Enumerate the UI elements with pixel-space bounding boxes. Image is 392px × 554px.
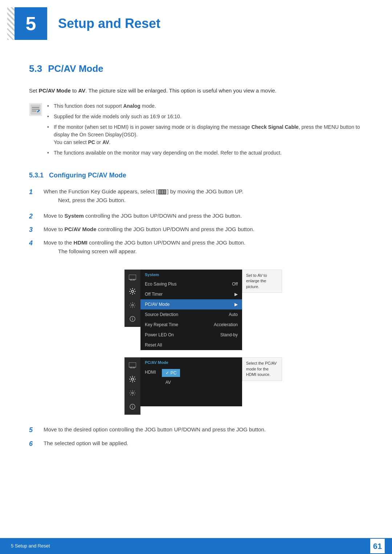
steps-list-2: 5 Move to the desired option controlling… [29, 426, 363, 448]
note-item-1: This function does not support Analog mo… [47, 102, 363, 110]
osd-icon-info: i [128, 315, 137, 323]
note-list: This function does not support Analog mo… [47, 102, 363, 160]
osd-icon-gear [128, 301, 137, 309]
osd-note-2: Select the PC/AV mode for the HDMI sourc… [242, 357, 282, 381]
svg-text:i: i [132, 405, 133, 409]
hdmi-label: HDMI [145, 369, 156, 376]
note-item-4: The functions available on the monitor m… [47, 149, 363, 157]
intro-text: Set PC/AV Mode to AV. The picture size w… [29, 87, 363, 95]
note-box: This function does not support Analog mo… [29, 102, 363, 160]
section-number: 5.3 [29, 62, 42, 76]
chapter-title: Setup and Reset [58, 14, 160, 33]
section-title: PC/AV Mode [48, 62, 103, 76]
osd-menu-row-source: Source DetectionAuto [140, 309, 242, 320]
note-icon [29, 103, 42, 116]
svg-rect-14 [129, 362, 136, 367]
osd-menu-row-powerled: Power LED OnStand-by [140, 330, 242, 340]
step-1: 1 When the Function Key Guide appears, s… [29, 188, 363, 208]
pc-option: ✓ PC [162, 369, 180, 377]
screenshots: i System Eco Saving PlusOff Off Timer▶ P… [44, 270, 363, 415]
osd-icon-display [128, 273, 137, 282]
osd-icon-gear-2 [128, 389, 137, 397]
step-5: 5 Move to the desired option controlling… [29, 426, 363, 435]
main-content: 5.3 PC/AV Mode Set PC/AV Mode to AV. The… [0, 47, 392, 477]
osd-menu-row-pcav: PC/AV Mode▶ [140, 299, 242, 309]
step-6: 6 The selected option will be applied. [29, 439, 363, 448]
chapter-number: 5 [26, 9, 36, 38]
subsection-heading: 5.3.1 Configuring PC/AV Mode [29, 171, 363, 180]
step-3: 3 Move to PC/AV Mode controlling the JOG… [29, 225, 363, 234]
osd-menu-row-reset: Reset All [140, 340, 242, 350]
osd-icon-info-2: i [128, 402, 137, 411]
osd-menu-row-timer: Off Timer▶ [140, 289, 242, 299]
osd-menu-2: PC/AV Mode HDMI ✓ PC AV [140, 357, 242, 406]
osd-sidebar-1: i [124, 270, 140, 327]
av-option: AV [162, 378, 180, 386]
osd-menu-title-1: System [140, 270, 242, 279]
osd-menu-1: System Eco Saving PlusOff Off Timer▶ PC/… [140, 270, 242, 350]
svg-rect-6 [129, 275, 136, 279]
osd-note-1: Set to AV to enlarge the picture. [242, 270, 282, 293]
svg-point-11 [132, 304, 134, 306]
note-item-2: Supplied for the wide models only such a… [47, 113, 363, 120]
osd-menu-row-eco: Eco Saving PlusOff [140, 279, 242, 289]
footer-section-label: 5 Setup and Reset [11, 542, 50, 550]
chapter-badge: 5 [15, 7, 47, 40]
osd-icon-settings [128, 287, 137, 296]
svg-text:i: i [132, 317, 133, 321]
osd-icon-settings-2 [128, 375, 137, 383]
subsection-number: 5.3.1 [29, 172, 44, 179]
steps-list: 1 When the Function Key Guide appears, s… [29, 188, 363, 259]
osd-icon-display-2 [128, 361, 137, 370]
svg-point-19 [132, 392, 134, 394]
subsection-title: Configuring PC/AV Mode [49, 172, 126, 179]
osd-sidebar-2: i [124, 357, 140, 415]
osd-screenshot-2: i PC/AV Mode HDMI ✓ PC AV Select the [124, 357, 282, 415]
step-2: 2 Move to System controlling the JOG but… [29, 212, 363, 221]
osd-menu-title-2: PC/AV Mode [140, 357, 242, 367]
svg-point-10 [131, 290, 134, 292]
osd-menu-row-keyrepeat: Key Repeat TimeAcceleration [140, 320, 242, 330]
osd-screenshot-1: i System Eco Saving PlusOff Off Timer▶ P… [124, 270, 282, 350]
footer-page-number: 61 [370, 539, 385, 553]
page-footer: 5 Setup and Reset 61 [0, 538, 392, 554]
note-item-3: If the monitor (when set to HDMI) is in … [47, 123, 363, 146]
step-4: 4 Move to the HDMI controlling the JOG b… [29, 239, 363, 259]
svg-point-18 [131, 378, 134, 380]
page-header: 5 Setup and Reset [0, 0, 392, 47]
section-heading: 5.3 PC/AV Mode [29, 62, 363, 76]
